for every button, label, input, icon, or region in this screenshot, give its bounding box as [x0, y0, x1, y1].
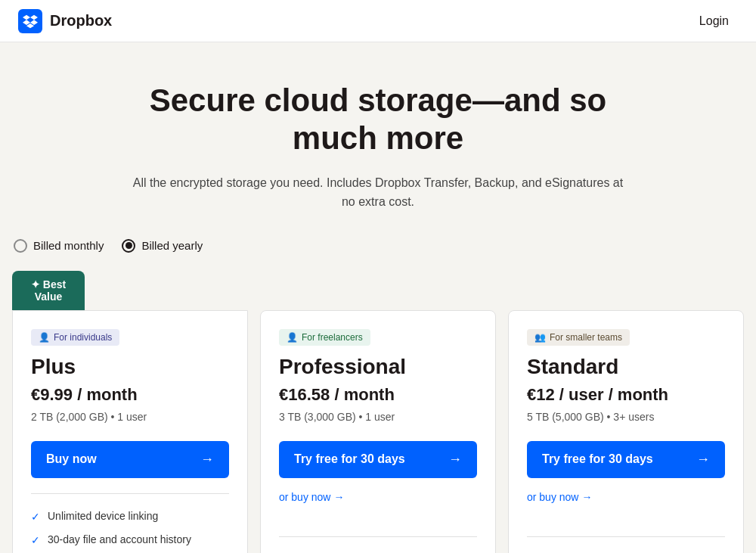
billing-yearly-option[interactable]: Billed yearly — [122, 239, 203, 253]
dropbox-logo-icon — [18, 9, 42, 33]
arrow-right-icon: → — [448, 452, 462, 468]
plan-cta-professional[interactable]: Try free for 30 days → — [279, 441, 477, 478]
feature-list-plus: ✓ Unlimited device linking ✓ 30-day file… — [31, 509, 229, 553]
login-button[interactable]: Login — [690, 10, 738, 33]
plan-name-professional: Professional — [279, 355, 477, 379]
hero-title: Secure cloud storage—and so much more — [129, 82, 627, 158]
plan-cta-plus[interactable]: Buy now → — [31, 441, 229, 478]
divider-professional — [279, 536, 477, 537]
billing-yearly-radio[interactable] — [122, 239, 135, 253]
hero-section: Secure cloud storage—and so much more Al… — [113, 42, 643, 239]
hero-subtitle: All the encrypted storage you need. Incl… — [129, 173, 627, 212]
arrow-right-small-icon: → — [333, 491, 344, 503]
check-icon: ✓ — [31, 510, 40, 525]
billing-yearly-label: Billed yearly — [141, 239, 203, 252]
plan-card-standard: 👥 For smaller teams Standard €12 / user … — [508, 310, 744, 553]
plan-storage-professional: 3 TB (3,000 GB) • 1 user — [279, 411, 477, 423]
plan-price-standard: €12 / user / month — [527, 385, 725, 405]
arrow-right-icon: → — [200, 452, 214, 468]
plan-badge-professional: 👤 For freelancers — [279, 329, 370, 346]
plan-price-professional: €16.58 / month — [279, 385, 477, 405]
plan-storage-standard: 5 TB (5,000 GB) • 3+ users — [527, 411, 725, 423]
logo-text: Dropbox — [50, 12, 112, 30]
person-icon: 👤 — [39, 332, 50, 343]
plan-name-standard: Standard — [527, 355, 725, 379]
plan-badge-plus: 👤 For individuals — [31, 329, 119, 346]
plan-badge-standard: 👥 For smaller teams — [527, 329, 630, 346]
arrow-right-small-icon: → — [581, 491, 592, 503]
plans-grid: 👤 For individuals Plus €9.99 / month 2 T… — [12, 310, 744, 553]
plans-wrapper: ✦ Best Value 👤 For individuals Plus €9.9… — [0, 271, 756, 553]
feature-item: ✓ 30-day file and account history — [31, 533, 229, 548]
billing-yearly-dot — [125, 242, 132, 249]
feature-item: ✓ Unlimited device linking — [31, 509, 229, 525]
check-icon: ✓ — [31, 533, 40, 548]
plan-card-plus: 👤 For individuals Plus €9.99 / month 2 T… — [12, 310, 248, 553]
plan-name-plus: Plus — [31, 355, 229, 379]
or-buy-link-professional[interactable]: or buy now → — [279, 491, 344, 503]
plan-storage-plus: 2 TB (2,000 GB) • 1 user — [31, 411, 229, 423]
arrow-right-icon: → — [696, 452, 710, 468]
billing-monthly-option[interactable]: Billed monthly — [14, 239, 104, 253]
billing-monthly-label: Billed monthly — [33, 239, 104, 252]
people-icon: 👥 — [534, 332, 546, 343]
divider-plus — [31, 493, 229, 494]
plan-cta-standard[interactable]: Try free for 30 days → — [527, 441, 725, 478]
billing-toggle: Billed monthly Billed yearly — [0, 239, 756, 271]
or-buy-link-standard[interactable]: or buy now → — [527, 491, 592, 503]
plan-card-professional: 👤 For freelancers Professional €16.58 / … — [260, 310, 496, 553]
plan-price-plus: €9.99 / month — [31, 385, 229, 405]
billing-monthly-radio[interactable] — [14, 239, 27, 253]
logo-area: Dropbox — [18, 9, 112, 33]
person-icon: 👤 — [287, 332, 298, 343]
best-value-banner: ✦ Best Value — [12, 271, 85, 310]
divider-standard — [527, 536, 725, 537]
